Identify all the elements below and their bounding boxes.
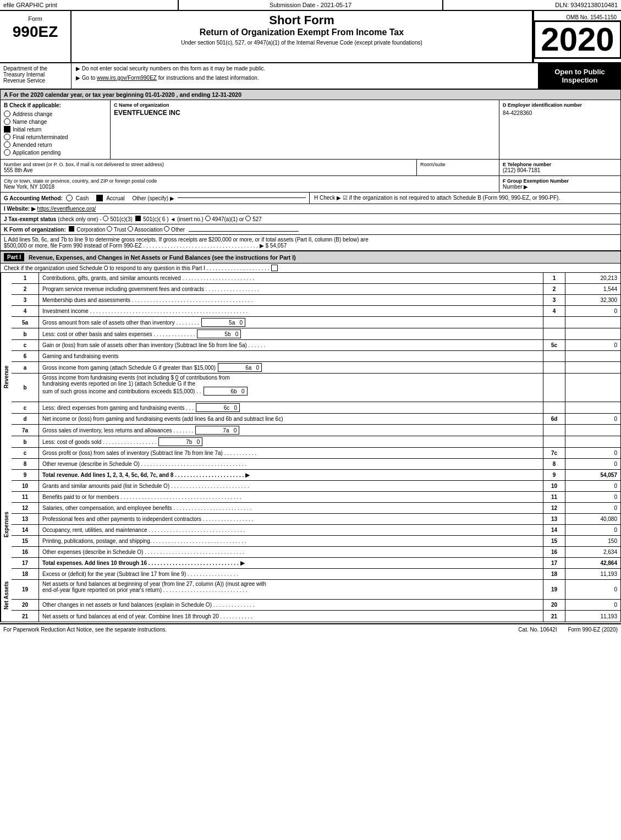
row-7b-value [565, 436, 620, 447]
l-line1: L Add lines 5b, 6c, and 7b to line 9 to … [4, 237, 617, 243]
row-11-desc: Benefits paid to or for members . . . . … [39, 492, 543, 502]
submission-date: Submission Date - 2021-05-17 [179, 0, 443, 10]
top-bar: efile GRAPHIC print Submission Date - 20… [0, 0, 621, 11]
title-section: Form 990EZ Short Form Return of Organiza… [0, 11, 621, 63]
app-pending-label: Application pending [13, 150, 61, 156]
row-13-value: 40,080 [565, 514, 620, 524]
row-5c-desc: Gain or (loss) from sale of assets other… [39, 340, 543, 350]
k-other-radio [164, 226, 169, 232]
address-left: Number and street (or P. O. box, if mail… [1, 160, 417, 175]
row-20-linenum: 20 [543, 600, 565, 610]
row-6d-desc: Net income or (loss) from gaming and fun… [39, 414, 543, 424]
row-19-value: 0 [565, 580, 620, 599]
instruction-line1: ▶ Do not enter social security numbers o… [76, 65, 534, 72]
j-4947-radio [205, 216, 211, 221]
row-21-desc: Net assets or fund balances at end of ye… [39, 611, 543, 622]
row-12-value: 0 [565, 503, 620, 513]
row-7b-desc: Less: cost of goods sold . . . . . . . .… [39, 436, 543, 447]
row-7c-desc: Gross profit or (loss) from sales of inv… [39, 448, 543, 458]
f-label: F Group Exemption Number [503, 178, 617, 184]
j-501c3-radio [103, 216, 108, 221]
row-6c: c Less: direct expenses from gaming and … [12, 402, 620, 414]
row-3-linenum: 3 [543, 295, 565, 305]
cash-label: Cash [76, 195, 89, 201]
amended-return-circle [4, 141, 10, 148]
row-16-desc: Other expenses (describe in Schedule O) … [39, 547, 543, 557]
name-change-label: Name change [13, 119, 47, 125]
row-12-desc: Salaries, other compensation, and employ… [39, 503, 543, 513]
row-18: 18 Excess or (deficit) for the year (Sub… [12, 569, 620, 580]
cash-circle [66, 195, 73, 201]
final-return-circle [4, 134, 10, 140]
bc-row: B Check if applicable: Address change Na… [1, 100, 620, 160]
app-pending-row: Application pending [4, 149, 107, 156]
row-5b-box: 5b 0 [197, 330, 241, 338]
city-row: City or town, state or province, country… [1, 176, 620, 193]
row-6a-box: 6a 0 [218, 363, 262, 372]
row-4: 4 Investment income . . . . . . . . . . … [12, 306, 620, 317]
c-label: C Name of organization [114, 102, 496, 108]
row-9-desc: Total revenue. Add lines 1, 2, 3, 4, 5c,… [39, 470, 543, 480]
footer-cat: Cat. No. 10642I [518, 627, 557, 633]
row-6d-linenum: 6d [543, 414, 565, 424]
row-21-value: 11,193 [565, 611, 620, 622]
row-17-num: 17 [12, 558, 39, 568]
row-19-text2: end-of-year figure reported on prior yea… [42, 587, 248, 593]
e-label: E Telephone number [503, 162, 617, 167]
row-7c-linenum: 7c [543, 448, 565, 458]
row-2-linenum: 2 [543, 284, 565, 294]
row-7a-linenum [543, 425, 565, 436]
row-8: 8 Other revenue (describe in Schedule O)… [12, 459, 620, 470]
row-15-num: 15 [12, 536, 39, 546]
row-9-num: 9 [12, 470, 39, 480]
row-6b-box: 6b 0 [204, 387, 248, 396]
row-7b: b Less: cost of goods sold . . . . . . .… [12, 436, 620, 448]
k-corp-square [69, 226, 74, 232]
g-col: G Accounting Method: Cash Accrual Other … [1, 193, 310, 204]
row-6b-linenum [543, 374, 565, 402]
open-to-public-box: Open to Public Inspection [538, 63, 621, 89]
row-4-num: 4 [12, 306, 39, 316]
instructions-mid: ▶ Do not enter social security numbers o… [72, 63, 538, 89]
l-line2: $500,000 or more, file Form 990 instead … [4, 243, 617, 249]
row-14-num: 14 [12, 525, 39, 535]
row-5a-linenum [543, 317, 565, 328]
d-col: D Employer identification number 84-4228… [499, 100, 620, 159]
address-row: Number and street (or P. O. box, if mail… [1, 160, 620, 176]
tax-year: 2020 [534, 20, 621, 59]
row-21: 21 Net assets or fund balances at end of… [12, 611, 620, 622]
row-6b-text3: sum of such gross income and contributio… [42, 387, 540, 396]
city-left: City or town, state or province, country… [1, 176, 499, 192]
address-label: Number and street (or P. O. box, if mail… [4, 162, 413, 167]
row-6a-linenum [543, 362, 565, 373]
row-10-linenum: 10 [543, 481, 565, 491]
row-17-desc: Total expenses. Add lines 10 through 16 … [39, 558, 543, 568]
row-6b-text1: Gross income from fundraising events (no… [42, 375, 230, 381]
row-5c-linenum: 5c [543, 340, 565, 350]
row-8-desc: Other revenue (describe in Schedule O) .… [39, 459, 543, 469]
row-1: 1 Contributions, gifts, grants, and simi… [12, 273, 620, 284]
row-6c-num: c [12, 402, 39, 413]
row-3-num: 3 [12, 295, 39, 305]
row-2-num: 2 [12, 284, 39, 294]
row-14-desc: Occupancy, rent, utilities, and maintena… [39, 525, 543, 535]
row-9-value: 54,057 [565, 470, 620, 480]
row-20-desc: Other changes in net assets or fund bala… [39, 600, 543, 610]
row-3-value: 32,300 [565, 295, 620, 305]
dept-text: Department of the Treasury Internal Reve… [3, 65, 68, 84]
row-15-value: 150 [565, 536, 620, 546]
website-url: https://eventfluence.org/ [37, 206, 96, 212]
row-6d-value: 0 [565, 414, 620, 424]
row-5b-desc: Less: cost or other basis and sales expe… [39, 328, 543, 339]
row-17: 17 Total expenses. Add lines 10 through … [12, 558, 620, 569]
row-19-text1: Net assets or fund balances at beginning… [42, 581, 266, 587]
initial-return-label: Initial return [13, 127, 41, 133]
row-6a-num: a [12, 362, 39, 373]
final-return-label: Final return/terminated [13, 134, 68, 140]
row-20: 20 Other changes in net assets or fund b… [12, 600, 620, 611]
part-i-subheader: Check if the organization used Schedule … [1, 263, 620, 273]
row-15: 15 Printing, publications, postage, and … [12, 536, 620, 547]
app-pending-circle [4, 149, 10, 156]
i-label: I Website: ▶ [4, 206, 36, 212]
row-16-value: 2,634 [565, 547, 620, 557]
